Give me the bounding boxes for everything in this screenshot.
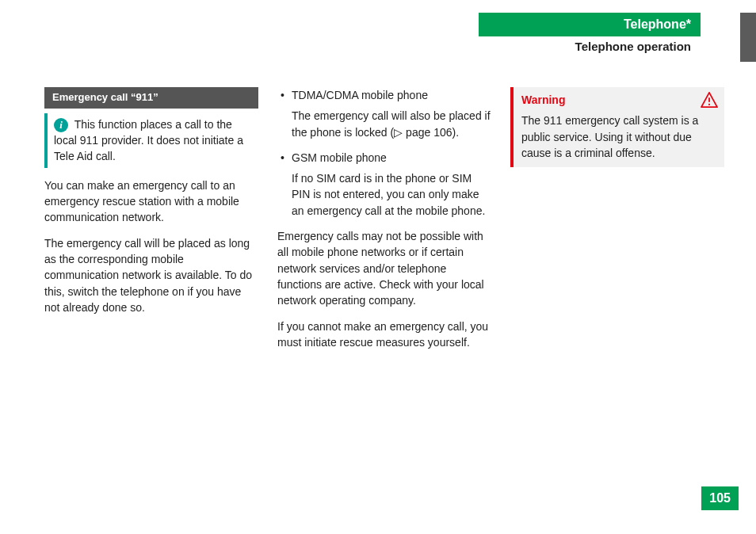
- column-3: Warning The 911 emergency call system is…: [510, 87, 724, 360]
- list-item: GSM mobile phone If no SIM card is in th…: [277, 150, 491, 219]
- info-icon: i: [54, 118, 68, 132]
- svg-point-1: [708, 104, 710, 105]
- page-number: 105: [701, 486, 739, 510]
- info-text: This function places a call to the local…: [54, 118, 243, 163]
- warning-body: The 911 emergency call system is a publi…: [521, 113, 718, 161]
- warning-triangle-icon: [701, 92, 718, 108]
- column-1: Emergency call “911” i This function pla…: [44, 87, 258, 360]
- side-tab: [740, 13, 756, 62]
- section-title: Telephone operation: [479, 36, 701, 56]
- bullet-body: If no SIM card is in the phone or SIM PI…: [292, 170, 491, 219]
- warning-title: Warning: [521, 92, 565, 108]
- page-header: Telephone* Telephone operation: [479, 13, 739, 56]
- content-columns: Emergency call “911” i This function pla…: [44, 87, 724, 360]
- body-paragraph: If you cannot make an emergency call, yo…: [277, 318, 491, 351]
- body-paragraph: You can make an emergency call to an eme…: [44, 177, 258, 226]
- list-item: TDMA/CDMA mobile phone The emergency cal…: [277, 87, 491, 140]
- section-heading: Emergency call “911”: [44, 87, 258, 109]
- warning-header: Warning: [521, 92, 718, 108]
- info-callout: i This function places a call to the loc…: [44, 113, 258, 168]
- column-2: TDMA/CDMA mobile phone The emergency cal…: [277, 87, 491, 360]
- warning-callout: Warning The 911 emergency call system is…: [510, 87, 724, 167]
- bullet-head: GSM mobile phone: [292, 151, 387, 164]
- bullet-list: TDMA/CDMA mobile phone The emergency cal…: [277, 87, 491, 219]
- page-ref: ▷ page 106: [394, 126, 452, 139]
- chapter-title: Telephone*: [479, 13, 701, 36]
- body-paragraph: The emergency call will be placed as lon…: [44, 235, 258, 315]
- bullet-body: The emergency call will also be placed i…: [292, 108, 491, 140]
- body-paragraph: Emergency calls may not be possible with…: [277, 228, 491, 308]
- bullet-head: TDMA/CDMA mobile phone: [292, 89, 428, 101]
